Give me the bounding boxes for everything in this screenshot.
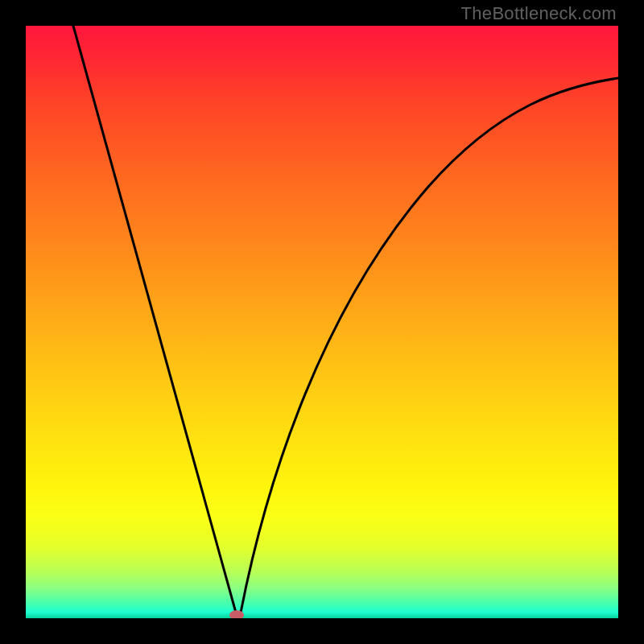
bottleneck-curve (73, 26, 618, 615)
plot-area (26, 26, 618, 618)
watermark-text: TheBottleneck.com (461, 3, 617, 24)
curve-layer (26, 26, 618, 618)
chart-frame: TheBottleneck.com (0, 0, 644, 644)
